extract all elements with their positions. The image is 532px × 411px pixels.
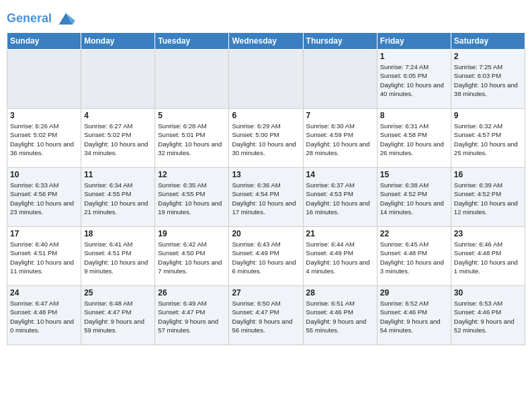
calendar-cell: 16Sunrise: 6:39 AM Sunset: 4:52 PM Dayli… bbox=[451, 168, 525, 227]
logo: General bbox=[7, 9, 75, 28]
day-info: Sunrise: 6:41 AM Sunset: 4:51 PM Dayligh… bbox=[84, 240, 152, 275]
day-number: 8 bbox=[380, 111, 448, 120]
calendar-header-friday: Friday bbox=[377, 33, 451, 50]
calendar-cell: 5Sunrise: 6:28 AM Sunset: 5:01 PM Daylig… bbox=[155, 109, 229, 168]
calendar-cell: 1Sunrise: 7:24 AM Sunset: 6:05 PM Daylig… bbox=[377, 50, 451, 109]
day-info: Sunrise: 7:25 AM Sunset: 6:03 PM Dayligh… bbox=[454, 62, 522, 98]
day-info: Sunrise: 6:44 AM Sunset: 4:49 PM Dayligh… bbox=[306, 240, 374, 275]
calendar-week-row: 3Sunrise: 6:26 AM Sunset: 5:02 PM Daylig… bbox=[7, 109, 525, 168]
day-number: 21 bbox=[306, 229, 374, 238]
day-number: 16 bbox=[454, 170, 522, 179]
day-info: Sunrise: 6:32 AM Sunset: 4:57 PM Dayligh… bbox=[454, 122, 522, 157]
calendar-cell: 18Sunrise: 6:41 AM Sunset: 4:51 PM Dayli… bbox=[81, 227, 155, 286]
calendar-cell: 21Sunrise: 6:44 AM Sunset: 4:49 PM Dayli… bbox=[303, 227, 377, 286]
day-number: 17 bbox=[10, 229, 78, 238]
calendar-cell bbox=[229, 50, 303, 109]
day-info: Sunrise: 6:37 AM Sunset: 4:53 PM Dayligh… bbox=[306, 181, 374, 216]
day-number: 27 bbox=[232, 288, 300, 298]
calendar-cell: 3Sunrise: 6:26 AM Sunset: 5:02 PM Daylig… bbox=[7, 109, 81, 168]
day-number: 6 bbox=[232, 111, 300, 120]
logo-text: General bbox=[7, 9, 75, 28]
day-info: Sunrise: 6:27 AM Sunset: 5:02 PM Dayligh… bbox=[84, 122, 152, 157]
day-number: 30 bbox=[454, 288, 522, 298]
day-number: 9 bbox=[454, 111, 522, 120]
day-number: 7 bbox=[306, 111, 374, 120]
day-info: Sunrise: 6:52 AM Sunset: 4:46 PM Dayligh… bbox=[380, 299, 448, 334]
day-number: 23 bbox=[454, 229, 522, 238]
day-number: 13 bbox=[232, 170, 300, 179]
day-number: 20 bbox=[232, 229, 300, 238]
calendar-cell: 22Sunrise: 6:45 AM Sunset: 4:48 PM Dayli… bbox=[377, 227, 451, 286]
calendar-cell: 9Sunrise: 6:32 AM Sunset: 4:57 PM Daylig… bbox=[451, 109, 525, 168]
day-info: Sunrise: 7:24 AM Sunset: 6:05 PM Dayligh… bbox=[380, 62, 448, 98]
calendar-cell: 10Sunrise: 6:33 AM Sunset: 4:56 PM Dayli… bbox=[7, 168, 81, 227]
calendar-week-row: 1Sunrise: 7:24 AM Sunset: 6:05 PM Daylig… bbox=[7, 50, 525, 109]
day-number: 28 bbox=[306, 288, 374, 298]
calendar-cell: 2Sunrise: 7:25 AM Sunset: 6:03 PM Daylig… bbox=[451, 50, 525, 109]
day-info: Sunrise: 6:53 AM Sunset: 4:46 PM Dayligh… bbox=[454, 299, 522, 334]
day-info: Sunrise: 6:49 AM Sunset: 4:47 PM Dayligh… bbox=[158, 299, 226, 334]
day-number: 12 bbox=[158, 170, 226, 179]
day-info: Sunrise: 6:33 AM Sunset: 4:56 PM Dayligh… bbox=[10, 181, 78, 216]
calendar-cell: 20Sunrise: 6:43 AM Sunset: 4:49 PM Dayli… bbox=[229, 227, 303, 286]
calendar-header-monday: Monday bbox=[81, 33, 155, 50]
calendar-cell: 14Sunrise: 6:37 AM Sunset: 4:53 PM Dayli… bbox=[303, 168, 377, 227]
calendar-cell: 15Sunrise: 6:38 AM Sunset: 4:52 PM Dayli… bbox=[377, 168, 451, 227]
calendar-week-row: 10Sunrise: 6:33 AM Sunset: 4:56 PM Dayli… bbox=[7, 168, 525, 227]
day-info: Sunrise: 6:38 AM Sunset: 4:52 PM Dayligh… bbox=[380, 181, 448, 216]
day-info: Sunrise: 6:34 AM Sunset: 4:55 PM Dayligh… bbox=[84, 181, 152, 216]
day-info: Sunrise: 6:36 AM Sunset: 4:54 PM Dayligh… bbox=[232, 181, 300, 216]
calendar-cell: 4Sunrise: 6:27 AM Sunset: 5:02 PM Daylig… bbox=[81, 109, 155, 168]
day-number: 5 bbox=[158, 111, 226, 120]
day-info: Sunrise: 6:30 AM Sunset: 4:59 PM Dayligh… bbox=[306, 122, 374, 157]
day-number: 1 bbox=[380, 52, 448, 61]
day-number: 24 bbox=[10, 288, 78, 298]
day-number: 14 bbox=[306, 170, 374, 179]
header: General bbox=[7, 7, 525, 28]
calendar-cell bbox=[7, 50, 81, 109]
day-number: 3 bbox=[10, 111, 78, 120]
day-number: 10 bbox=[10, 170, 78, 179]
calendar-header-wednesday: Wednesday bbox=[229, 33, 303, 50]
day-number: 4 bbox=[84, 111, 152, 120]
calendar-cell: 29Sunrise: 6:52 AM Sunset: 4:46 PM Dayli… bbox=[377, 286, 451, 345]
calendar-header-tuesday: Tuesday bbox=[155, 33, 229, 50]
calendar-cell: 6Sunrise: 6:29 AM Sunset: 5:00 PM Daylig… bbox=[229, 109, 303, 168]
calendar-cell: 26Sunrise: 6:49 AM Sunset: 4:47 PM Dayli… bbox=[155, 286, 229, 345]
calendar-header-row: SundayMondayTuesdayWednesdayThursdayFrid… bbox=[7, 33, 525, 50]
calendar-cell: 27Sunrise: 6:50 AM Sunset: 4:47 PM Dayli… bbox=[229, 286, 303, 345]
calendar-cell: 11Sunrise: 6:34 AM Sunset: 4:55 PM Dayli… bbox=[81, 168, 155, 227]
day-info: Sunrise: 6:29 AM Sunset: 5:00 PM Dayligh… bbox=[232, 122, 300, 157]
calendar-body: 1Sunrise: 7:24 AM Sunset: 6:05 PM Daylig… bbox=[7, 50, 525, 345]
day-info: Sunrise: 6:31 AM Sunset: 4:58 PM Dayligh… bbox=[380, 122, 448, 157]
day-number: 11 bbox=[84, 170, 152, 179]
calendar-cell bbox=[81, 50, 155, 109]
calendar-cell: 28Sunrise: 6:51 AM Sunset: 4:46 PM Dayli… bbox=[303, 286, 377, 345]
calendar-cell: 19Sunrise: 6:42 AM Sunset: 4:50 PM Dayli… bbox=[155, 227, 229, 286]
calendar-header-thursday: Thursday bbox=[303, 33, 377, 50]
day-info: Sunrise: 6:45 AM Sunset: 4:48 PM Dayligh… bbox=[380, 240, 448, 275]
calendar-cell: 12Sunrise: 6:35 AM Sunset: 4:55 PM Dayli… bbox=[155, 168, 229, 227]
day-info: Sunrise: 6:50 AM Sunset: 4:47 PM Dayligh… bbox=[232, 299, 300, 334]
day-info: Sunrise: 6:39 AM Sunset: 4:52 PM Dayligh… bbox=[454, 181, 522, 216]
day-info: Sunrise: 6:43 AM Sunset: 4:49 PM Dayligh… bbox=[232, 240, 300, 275]
day-info: Sunrise: 6:26 AM Sunset: 5:02 PM Dayligh… bbox=[10, 122, 78, 157]
calendar-header-sunday: Sunday bbox=[7, 33, 81, 50]
day-info: Sunrise: 6:35 AM Sunset: 4:55 PM Dayligh… bbox=[158, 181, 226, 216]
calendar-cell bbox=[155, 50, 229, 109]
calendar-week-row: 24Sunrise: 6:47 AM Sunset: 4:48 PM Dayli… bbox=[7, 286, 525, 345]
calendar-cell: 17Sunrise: 6:40 AM Sunset: 4:51 PM Dayli… bbox=[7, 227, 81, 286]
calendar-cell: 23Sunrise: 6:46 AM Sunset: 4:48 PM Dayli… bbox=[451, 227, 525, 286]
day-info: Sunrise: 6:48 AM Sunset: 4:47 PM Dayligh… bbox=[84, 299, 152, 334]
day-number: 26 bbox=[158, 288, 226, 298]
calendar-cell: 24Sunrise: 6:47 AM Sunset: 4:48 PM Dayli… bbox=[7, 286, 81, 345]
day-info: Sunrise: 6:28 AM Sunset: 5:01 PM Dayligh… bbox=[158, 122, 226, 157]
day-number: 22 bbox=[380, 229, 448, 238]
calendar-cell: 25Sunrise: 6:48 AM Sunset: 4:47 PM Dayli… bbox=[81, 286, 155, 345]
calendar-cell: 30Sunrise: 6:53 AM Sunset: 4:46 PM Dayli… bbox=[451, 286, 525, 345]
day-number: 18 bbox=[84, 229, 152, 238]
day-info: Sunrise: 6:46 AM Sunset: 4:48 PM Dayligh… bbox=[454, 240, 522, 275]
calendar-header-saturday: Saturday bbox=[451, 33, 525, 50]
day-number: 25 bbox=[84, 288, 152, 298]
day-info: Sunrise: 6:51 AM Sunset: 4:46 PM Dayligh… bbox=[306, 299, 374, 334]
